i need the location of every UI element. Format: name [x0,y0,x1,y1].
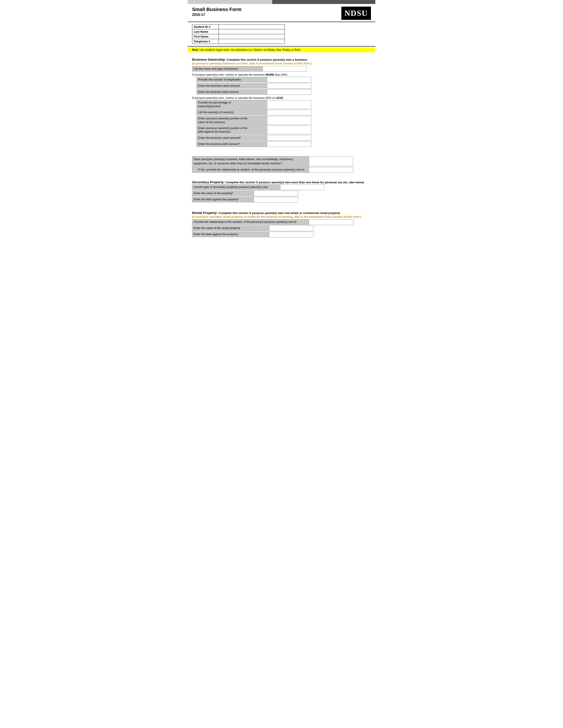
ndsu-logo: NDSU [341,7,371,20]
business-rent-sub-field[interactable] [309,167,353,173]
rental-relationship-row: Provide the relationship to the student,… [192,219,371,225]
business-rent-row: Does your/your parent(s) business, liste… [192,156,371,166]
num-employees-row: Provide the number of employees [192,77,371,83]
rental-relationship-field[interactable] [309,219,353,225]
note-label: Note [192,48,198,51]
student-info-section: Student ID # Last Name First Name Teleph… [188,22,375,47]
ownership-pct-field[interactable] [267,100,311,109]
rental-property-title: Rental Property: [192,211,218,215]
form-title-block: Small Business Form 2016-17 [192,7,241,17]
business-name-type-row: List the name and type of business [192,66,371,72]
owner-names-field[interactable] [267,110,311,115]
header-bar [188,0,375,4]
first-name-label: First Name [192,34,219,39]
note-bar: Note: Use student’s legal name, not nick… [188,47,375,52]
last-name-input[interactable] [220,30,283,33]
business-ownership-warning: (If your/your parent(s) business is a fa… [192,62,371,65]
business-value-row: Enter the business value amount [192,83,371,89]
form-title: Small Business Form [192,7,241,12]
telephone-input[interactable] [220,40,283,43]
top-section: Small Business Form 2016-17 NDSU [188,4,375,22]
rental-property-warning: (If your/your parent(s) rental property … [192,215,371,218]
business-ownership-title: Business Ownership: [192,58,226,61]
portion-debt-field[interactable] [267,126,311,134]
secondary-property-section: Secondary Property: Complete this sectio… [192,180,371,207]
student-id-label: Student ID # [192,24,219,29]
rental-value-row: Enter the value of the rental property [192,225,371,231]
rental-debt-row: Enter the debt against the property [192,232,371,237]
portion-value-row: Enter your/your parent(s) portion of the… [192,116,371,125]
biz-debt-star-label: Enter the business debt amount* [196,141,267,147]
business-value-field[interactable] [267,83,311,89]
business-rent-sub-row: If Yes, provide the relationship to stud… [192,167,371,173]
header-bar-left [188,0,272,4]
more-bold: MORE [265,73,274,76]
business-name-type-label: List the name and type of business [192,66,263,72]
portion-value-label: Enter your/your parent(s) portion of the… [196,116,267,125]
last-name-label: Last Name [192,29,219,34]
sec-prop-debt-field[interactable] [254,197,298,203]
first-name-input[interactable] [220,35,283,38]
business-ownership-sub: Complete this section if you/your parent… [226,58,307,61]
form-year: 2016-17 [192,13,241,17]
rental-relationship-label: Provide the relationship to the student,… [192,219,309,225]
sec-prop-value-label: Enter the value of the property* [192,191,254,196]
rental-property-heading: Rental Property: Complete this section i… [192,211,371,215]
num-employees-field[interactable] [267,77,311,83]
biz-value-star-label: Enter the business value amount* [196,135,267,141]
num-employees-label: Provide the number of employees [196,77,267,83]
secondary-property-heading: Secondary Property: Complete this sectio… [192,180,371,184]
telephone-label: Telephone # [192,39,219,44]
sec-prop-value-row: Enter the value of the property* [192,191,371,196]
sec-prop-type-field[interactable] [280,184,325,190]
rental-value-label: Enter the value of the rental property [192,225,269,231]
business-ownership-heading: Business Ownership: Complete this sectio… [192,58,371,61]
portion-debt-label: Enter your/your parent(s) portion of the… [196,126,267,135]
business-rent-label: Does your/your parent(s) business, liste… [192,156,309,166]
business-rent-sub-label: If Yes, provide the relationship to stud… [192,167,309,173]
rental-debt-field[interactable] [269,232,314,237]
secondary-property-title: Secondary Property: [192,180,225,184]
student-id-row: Student ID # [192,24,285,29]
secondary-property-sub: Complete this section if you/your parent… [225,181,364,184]
business-value-label: Enter the business value amount [196,83,267,89]
owner-names-row: List the name(s) of owner(s) [192,110,371,115]
biz-value-star-row: Enter the business value amount* [192,135,371,141]
biz-debt-star-field[interactable] [267,141,311,147]
rental-property-sub: Complete this section if you/your parent… [218,211,340,215]
main-content: Business Ownership: Complete this sectio… [188,58,375,237]
note-text: : Use student’s legal name, not nickname… [198,48,301,51]
telephone-row: Telephone # [192,39,285,44]
sec-prop-type-label: List the type of secondary property you/… [192,184,280,190]
business-debt-field[interactable] [267,89,311,95]
portion-value-field[interactable] [267,116,311,125]
business-name-type-field[interactable] [263,66,307,72]
student-id-input[interactable] [220,25,283,28]
header-bar-right [272,0,376,4]
telephone-field[interactable] [218,39,285,44]
biz-value-star-field[interactable] [267,135,311,141]
rental-value-field[interactable] [269,225,314,231]
portion-debt-row: Enter your/your parent(s) portion of the… [192,126,371,135]
student-info-table: Student ID # Last Name First Name Teleph… [192,24,285,44]
sec-prop-debt-label: Enter the debt against the property* [192,197,254,202]
ownership-pct-row: Provide the percentage ofownership/contr… [192,100,371,109]
student-id-field[interactable] [218,24,285,29]
last-name-field[interactable] [218,29,285,34]
business-debt-label: Enter the business debt amount [196,89,267,95]
sec-prop-value-field[interactable] [254,191,298,196]
last-name-row: Last Name [192,29,285,34]
business-rent-field[interactable] [309,156,353,166]
sec-prop-debt-row: Enter the debt against the property* [192,197,371,203]
rental-property-section: Rental Property: Complete this section i… [192,211,371,237]
biz-debt-star-row: Enter the business debt amount* [192,141,371,147]
business-debt-row: Enter the business debt amount [192,89,371,95]
less-bold: LESS [275,96,283,99]
ownership-pct-label: Provide the percentage ofownership/contr… [196,100,267,109]
sec-prop-type-row: List the type of secondary property you/… [192,184,371,190]
rental-debt-label: Enter the debt against the property [192,232,269,237]
first-name-row: First Name [192,34,285,39]
business-ownership-section: Business Ownership: Complete this sectio… [192,58,371,177]
more-than-50-text: If you/your parent(s) own, control or op… [192,72,371,77]
first-name-field[interactable] [218,34,285,39]
